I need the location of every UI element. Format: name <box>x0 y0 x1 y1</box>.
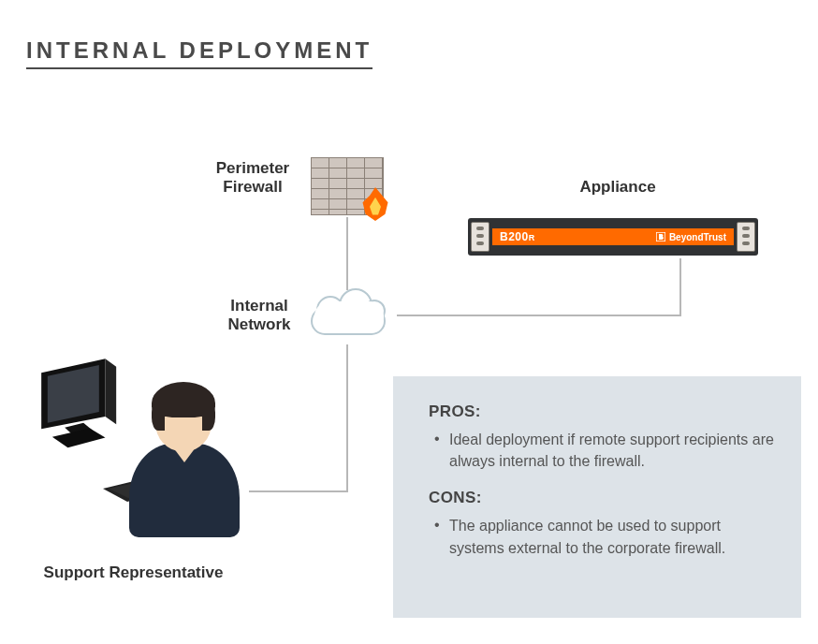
firewall-icon <box>311 157 384 215</box>
cons-heading: CONS: <box>429 489 775 507</box>
list-item: Ideal deployment if remote support recip… <box>434 429 775 472</box>
appliance-label: Appliance <box>552 178 683 197</box>
appliance-icon: B200R BeyondTrust <box>468 218 758 256</box>
svg-marker-5 <box>52 429 106 448</box>
connector-line <box>249 490 348 492</box>
pros-heading: PROS: <box>429 402 775 421</box>
flame-icon <box>361 187 389 221</box>
person-icon <box>120 382 251 541</box>
appliance-model: B200R <box>500 230 535 243</box>
network-label: Internal Network <box>208 297 311 335</box>
connector-line <box>397 315 681 316</box>
list-item: The appliance cannot be used to support … <box>434 515 775 558</box>
page-title: INTERNAL DEPLOYMENT <box>26 37 372 69</box>
connector-line <box>346 344 348 492</box>
appliance-brand: BeyondTrust <box>656 232 726 242</box>
rep-label: Support Representative <box>33 564 234 582</box>
connector-line <box>346 217 348 290</box>
support-rep-icon <box>19 356 253 552</box>
cons-list: The appliance cannot be used to support … <box>434 515 775 558</box>
cloud-icon <box>305 290 395 343</box>
pros-list: Ideal deployment if remote support recip… <box>434 429 775 472</box>
firewall-label: Perimeter Firewall <box>201 159 304 198</box>
svg-marker-3 <box>106 359 117 424</box>
brand-logo-icon <box>656 232 665 242</box>
pros-cons-box: PROS: Ideal deployment if remote support… <box>393 376 801 618</box>
connector-line <box>679 258 681 316</box>
